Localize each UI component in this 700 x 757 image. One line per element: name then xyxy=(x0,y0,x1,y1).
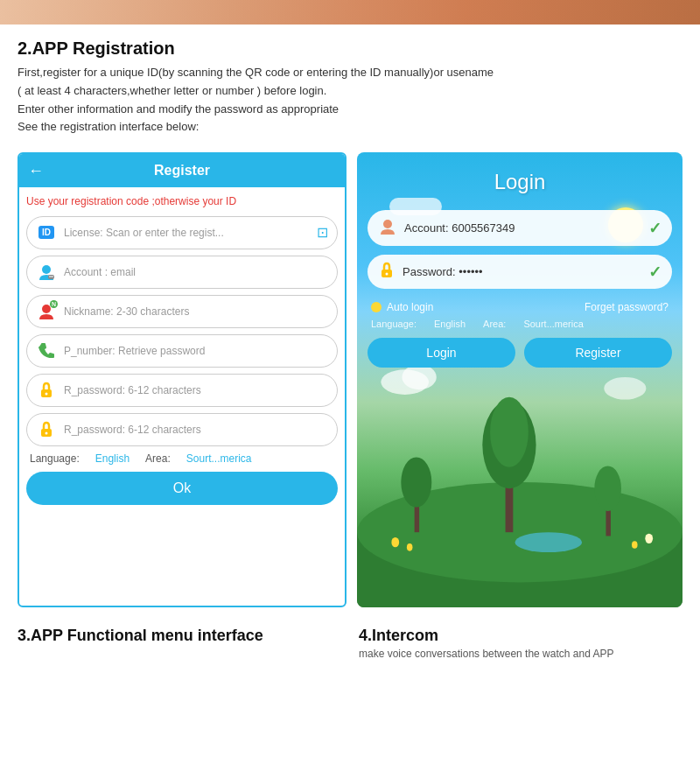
warning-text: Use your registration code ;otherwise yo… xyxy=(26,194,338,209)
back-button[interactable]: ← xyxy=(28,162,44,180)
nickname-placeholder: Nickname: 2-30 characters xyxy=(64,305,328,318)
register-phone: ← Register Use your registration code ;o… xyxy=(18,152,346,607)
login-register-button[interactable]: Register xyxy=(524,338,672,368)
rpassword2-placeholder: R_password: 6-12 characters xyxy=(64,424,328,436)
phone-icon xyxy=(36,340,57,361)
login-password-icon xyxy=(378,262,396,282)
phones-row: ← Register Use your registration code ;o… xyxy=(0,152,700,620)
nickname-field[interactable]: N Nickname: 2-30 characters xyxy=(26,295,338,328)
login-lang-label: Language: xyxy=(371,319,416,329)
login-account-field[interactable]: Account: 6005567349 ✓ xyxy=(368,210,672,246)
register-lang-value[interactable]: English xyxy=(95,452,130,465)
phone-number-field[interactable]: P_number: Retrieve password xyxy=(26,334,338,368)
login-password-text: Password: •••••• xyxy=(402,265,641,278)
lock1-icon xyxy=(36,380,57,401)
section-3-title: 3.APP Functional menu interface xyxy=(18,627,341,645)
id-icon: ID xyxy=(36,222,57,243)
account-check-icon: ✓ xyxy=(648,219,662,238)
login-lang-value[interactable]: English xyxy=(434,319,466,329)
login-scenic-spacer xyxy=(368,376,672,597)
login-phone: Login Account: 6005567349 ✓ xyxy=(357,152,682,607)
login-account-text: Account: 6005567349 xyxy=(404,221,641,235)
section-2-header: 2.APP Registration First,register for a … xyxy=(0,28,700,152)
auto-login-left[interactable]: Auto login xyxy=(371,301,433,313)
auto-login-row: Auto login Forget password? xyxy=(371,301,668,313)
license-field[interactable]: ID License: Scan or enter the regist... … xyxy=(26,216,338,249)
scan-icon: ⊡ xyxy=(317,224,328,241)
login-title: Login xyxy=(368,170,672,194)
ok-button[interactable]: Ok xyxy=(26,472,338,505)
bottom-sections: 3.APP Functional menu interface 4.Interc… xyxy=(0,620,700,662)
pnumber-placeholder: P_number: Retrieve password xyxy=(64,345,328,357)
svg-point-7 xyxy=(46,431,48,434)
register-body: Use your registration code ;otherwise yo… xyxy=(19,187,345,512)
rpassword1-field[interactable]: R_password: 6-12 characters xyxy=(26,374,338,407)
register-lang-label: Language: xyxy=(30,452,80,465)
forget-password-link[interactable]: Forget password? xyxy=(584,301,668,313)
svg-point-28 xyxy=(386,273,388,276)
login-password-field[interactable]: Password: •••••• ✓ xyxy=(368,255,672,289)
account-placeholder: Account : email xyxy=(64,266,328,278)
account-icon xyxy=(36,262,57,283)
login-area-label: Area: xyxy=(483,319,506,329)
register-area-label: Area: xyxy=(145,452,171,465)
register-header: ← Register xyxy=(19,154,345,187)
section-2-title: 2.APP Registration xyxy=(18,39,682,59)
svg-point-26 xyxy=(383,220,392,228)
rpassword2-field[interactable]: R_password: 6-12 characters xyxy=(26,413,338,446)
register-title: Register xyxy=(154,163,210,179)
register-lang-area-row: Language: English Area: Sourt...merica xyxy=(30,452,334,465)
login-lang-row: Language: English Area: Sourt...merica xyxy=(368,319,672,329)
top-image-strip xyxy=(0,0,700,28)
rpassword1-placeholder: R_password: 6-12 characters xyxy=(64,384,328,396)
auto-login-label: Auto login xyxy=(387,301,433,313)
lock2-icon xyxy=(36,419,57,440)
password-check-icon: ✓ xyxy=(648,263,662,282)
login-account-icon xyxy=(378,217,397,239)
account-field[interactable]: Account : email xyxy=(26,256,338,289)
register-area-value[interactable]: Sourt...merica xyxy=(186,452,252,465)
login-button[interactable]: Login xyxy=(368,338,515,368)
section-3: 3.APP Functional menu interface xyxy=(18,627,341,662)
section-4-desc: make voice conversations between the wat… xyxy=(359,647,682,662)
nickname-icon: N xyxy=(36,301,57,322)
svg-point-5 xyxy=(46,392,48,395)
login-area-value[interactable]: Sourt...merica xyxy=(523,319,583,329)
login-buttons-row: Login Register xyxy=(368,338,672,368)
section-2-desc: First,register for a unique ID(by scanni… xyxy=(18,64,682,137)
section-4-title: 4.Intercom xyxy=(359,627,682,645)
auto-login-dot xyxy=(371,302,382,312)
license-placeholder: License: Scan or enter the regist... xyxy=(64,227,310,239)
svg-point-0 xyxy=(42,265,51,274)
login-content: Login Account: 6005567349 ✓ xyxy=(357,152,682,607)
section-4: 4.Intercom make voice conversations betw… xyxy=(359,627,682,662)
